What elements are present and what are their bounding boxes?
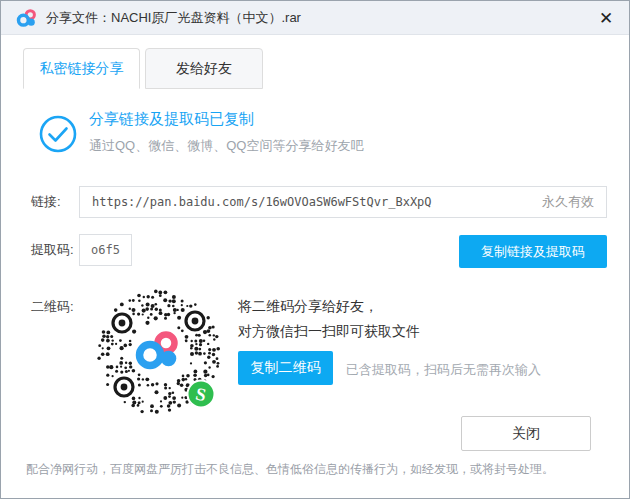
share-link-url[interactable]: https://pan.baidu.com/s/16wOVOaSW6wFStQv… <box>92 195 542 209</box>
policy-notice: 配合净网行动，百度网盘严厉打击不良信息、色情低俗信息的传播行为，如经发现，或将封… <box>26 461 609 478</box>
copy-qrcode-button[interactable]: 复制二维码 <box>238 351 333 385</box>
baidu-netdisk-logo-icon <box>16 7 38 29</box>
qrcode-label: 二维码: <box>31 298 74 316</box>
tab-private-link-share[interactable]: 私密链接分享 <box>23 48 140 89</box>
qr-center-netdisk-logo-icon <box>131 324 187 380</box>
qr-code-image: S <box>95 288 223 416</box>
link-label: 链接: <box>31 193 61 211</box>
qr-note-text: 已含提取码，扫码后无需再次输入 <box>346 361 541 379</box>
share-link-field[interactable]: https://pan.baidu.com/s/16wOVOaSW6wFStQv… <box>79 186 607 218</box>
check-circle-icon <box>39 115 77 153</box>
share-dialog: 分享文件：NACHI原厂光盘资料（中文）.rar ✕ 私密链接分享 发给好友 分… <box>0 0 630 499</box>
extraction-code-field[interactable]: o6f5 <box>79 234 132 266</box>
wechat-icon: S <box>188 381 215 408</box>
title-bar: 分享文件：NACHI原厂光盘资料（中文）.rar ✕ <box>1 1 629 35</box>
validity-text: 永久有效 <box>542 193 594 211</box>
extraction-code-label: 提取码: <box>31 241 74 259</box>
tab-send-to-friends[interactable]: 发给好友 <box>145 48 263 89</box>
close-dialog-button[interactable]: 关闭 <box>461 416 591 451</box>
qr-instruction-line1: 将二维码分享给好友， <box>238 298 378 316</box>
dialog-title: 分享文件：NACHI原厂光盘资料（中文）.rar <box>46 9 301 27</box>
copy-link-and-code-button[interactable]: 复制链接及提取码 <box>459 235 607 268</box>
close-icon[interactable]: ✕ <box>593 5 619 31</box>
copied-headline: 分享链接及提取码已复制 <box>89 110 254 129</box>
qr-instruction-line2: 对方微信扫一扫即可获取文件 <box>238 323 420 341</box>
share-hint-text: 通过QQ、微信、微博、QQ空间等分享给好友吧 <box>89 137 363 155</box>
